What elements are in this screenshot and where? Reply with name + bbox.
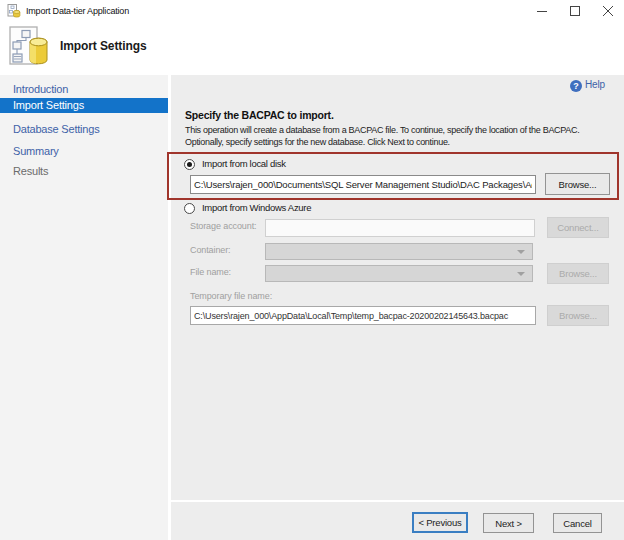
footer-divider [170,500,624,502]
storage-account-input [265,219,535,237]
temporary-file-name-label: Temporary file name: [190,291,272,301]
description-line-2: Optionally, specify settings for the new… [185,136,579,148]
temp-browse-button: Browse... [547,305,609,326]
page-title: Import Settings [60,39,147,53]
radio-import-local-disk-label: Import from local disk [202,158,286,170]
radio-import-local-disk[interactable] [184,159,195,170]
close-button[interactable] [591,0,624,22]
radio-import-windows-azure[interactable] [184,203,195,214]
section-description: This operation will create a database fr… [185,124,579,148]
help-link[interactable]: Help [585,79,605,90]
app-icon [7,4,21,18]
window-title: Import Data-tier Application [26,0,129,22]
next-button[interactable]: Next > [483,513,534,533]
help-icon: ? [570,80,582,92]
close-icon [603,6,613,16]
minimize-icon [537,6,547,16]
maximize-icon [570,6,580,16]
storage-account-label: Storage account: [190,221,256,231]
section-heading: Specify the BACPAC to import. [185,109,334,121]
maximize-button[interactable] [558,0,591,22]
wizard-header: Import Settings [0,22,624,75]
file-browse-button: Browse... [547,263,609,284]
temporary-file-name-input[interactable] [190,306,536,325]
radio-import-windows-azure-label: Import from Windows Azure [202,202,311,214]
import-settings-icon [9,26,53,70]
file-name-dropdown [265,265,533,282]
nav-item-summary[interactable]: Summary [0,144,168,159]
local-browse-button[interactable]: Browse... [545,173,610,195]
description-line-1: This operation will create a database fr… [185,124,579,136]
nav-item-import-settings[interactable]: Import Settings [0,98,168,113]
previous-button[interactable]: < Previous [412,512,468,533]
cancel-button[interactable]: Cancel [553,513,602,533]
nav-item-introduction[interactable]: Introduction [0,82,168,97]
file-name-label: File name: [190,267,231,277]
minimize-button[interactable] [525,0,558,22]
container-dropdown [265,243,533,260]
wizard-nav: Introduction Import Settings Database Se… [0,75,168,540]
connect-button: Connect... [547,217,609,238]
container-label: Container: [190,245,231,255]
title-bar: Import Data-tier Application [0,0,624,22]
local-disk-path-input[interactable] [190,175,536,194]
nav-item-database-settings[interactable]: Database Settings [0,122,168,137]
nav-item-results[interactable]: Results [0,164,168,179]
